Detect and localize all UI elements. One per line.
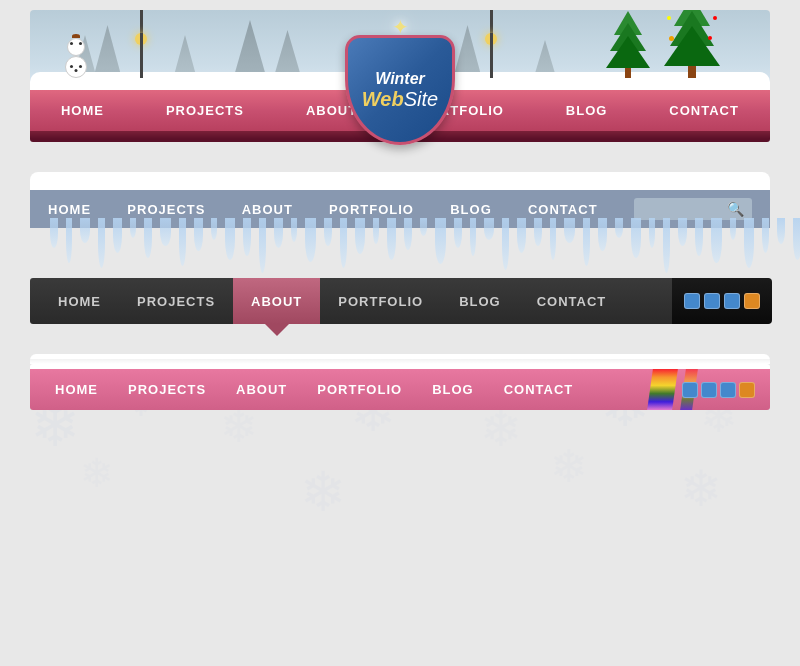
nav2-about[interactable]: ABOUT: [242, 202, 293, 217]
nav2-contact[interactable]: CONTACT: [528, 202, 598, 217]
nav1-logo-line1: Winter: [375, 70, 425, 88]
nav1-logo-line2: Web: [362, 88, 404, 111]
nav4-about[interactable]: ABOUT: [221, 382, 302, 397]
nav2-blog[interactable]: BLOG: [450, 202, 492, 217]
nav2-projects[interactable]: PROJECTS: [127, 202, 205, 217]
nav2-home[interactable]: HOME: [48, 202, 91, 217]
nav2-search-box[interactable]: 🔍: [634, 198, 752, 220]
search-icon[interactable]: 🔍: [727, 201, 744, 217]
nav4-contact[interactable]: CONTACT: [489, 382, 589, 397]
nav4-projects[interactable]: PROJECTS: [113, 382, 221, 397]
nav3-home[interactable]: HOME: [40, 278, 119, 324]
nav4-bar: HOME PROJECTS ABOUT PORTFOLIO BLOG CONTA…: [30, 364, 770, 410]
nav2-wrapper: HOME PROJECTS ABOUT PORTFOLIO BLOG CONTA…: [30, 172, 770, 228]
nav2-search-input[interactable]: [642, 202, 722, 216]
nav4-color-dot-blue3[interactable]: [720, 382, 736, 398]
nav4-color-dot-blue1[interactable]: [682, 382, 698, 398]
nav2-bar: HOME PROJECTS ABOUT PORTFOLIO BLOG CONTA…: [30, 184, 770, 228]
nav3-color-switcher[interactable]: [672, 278, 772, 324]
color-dot-blue2[interactable]: [704, 293, 720, 309]
nav3-portfolio[interactable]: PORTFOLIO: [320, 278, 441, 324]
nav4-color-switcher[interactable]: [682, 369, 765, 410]
nav3-about[interactable]: ABOUT: [233, 278, 320, 324]
nav3-bar: HOME PROJECTS ABOUT PORTFOLIO BLOG CONTA…: [30, 278, 770, 324]
nav2-portfolio[interactable]: PORTFOLIO: [329, 202, 414, 217]
nav4-blog[interactable]: BLOG: [417, 382, 489, 397]
nav4-portfolio[interactable]: PORTFOLIO: [302, 382, 417, 397]
rainbow-stripe1: [647, 369, 678, 410]
nav1-logo-line3: Site: [404, 88, 438, 111]
color-dot-orange[interactable]: [744, 293, 760, 309]
nav1-home[interactable]: HOME: [53, 103, 112, 118]
color-dot-blue1[interactable]: [684, 293, 700, 309]
nav1-wrapper: ✦ HOME PROJECTS ABOUT Winter Web Site PO…: [30, 10, 770, 142]
nav3-contact[interactable]: CONTACT: [519, 278, 625, 324]
nav1-projects[interactable]: PROJECTS: [158, 103, 252, 118]
nav4-color-dot-blue2[interactable]: [701, 382, 717, 398]
nav4-color-dot-orange[interactable]: [739, 382, 755, 398]
nav3-projects[interactable]: PROJECTS: [119, 278, 233, 324]
nav4-home[interactable]: HOME: [40, 382, 113, 397]
nav1-contact[interactable]: CONTACT: [661, 103, 747, 118]
nav3-wrapper: HOME PROJECTS ABOUT PORTFOLIO BLOG CONTA…: [30, 278, 770, 324]
nav1-blog[interactable]: BLOG: [558, 103, 616, 118]
nav1-bar: HOME PROJECTS ABOUT Winter Web Site PORT…: [30, 90, 770, 134]
nav3-blog[interactable]: BLOG: [441, 278, 519, 324]
nav4-wrapper: HOME PROJECTS ABOUT PORTFOLIO BLOG CONTA…: [30, 354, 770, 410]
nav1-logo: Winter Web Site: [345, 35, 455, 145]
color-dot-blue3[interactable]: [724, 293, 740, 309]
